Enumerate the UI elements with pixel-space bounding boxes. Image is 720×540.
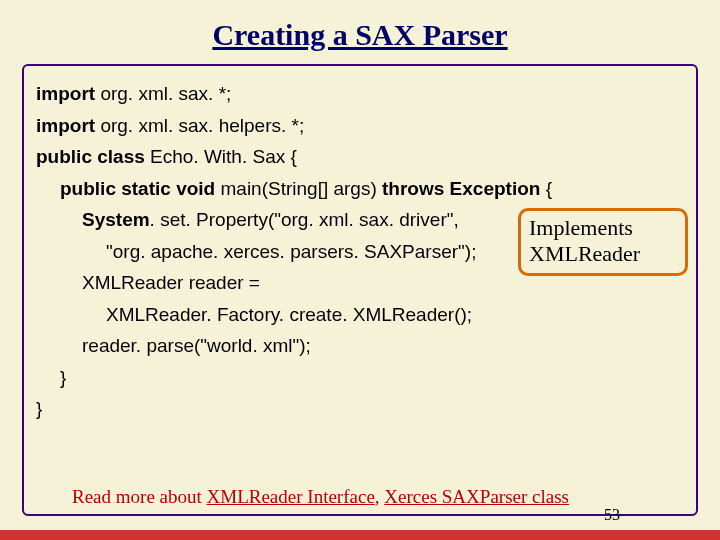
keyword: public static void [60,178,215,199]
code-text: org. xml. sax. *; [95,83,231,104]
code-line: reader. parse("world. xml"); [36,332,684,360]
page-number: 53 [604,506,620,524]
bottom-border [0,530,720,540]
code-text: } [36,398,42,419]
keyword: import [36,83,95,104]
footer-link-xmlreader[interactable]: XMLReader Interface [207,486,375,507]
code-text: XMLReader reader = [82,272,260,293]
footer-note: Read more about XMLReader Interface, Xer… [72,486,662,508]
callout-line: XMLReader [529,241,677,267]
footer-prefix: Read more about [72,486,207,507]
code-text: { [540,178,552,199]
code-text: main(String[] args) [215,178,382,199]
keyword: System [82,209,150,230]
code-text: "org. apache. xerces. parsers. SAXParser… [106,241,476,262]
code-line: import org. xml. sax. helpers. *; [36,112,684,140]
callout-box: Implements XMLReader [518,208,688,276]
code-text: org. xml. sax. helpers. *; [95,115,304,136]
code-text: . set. Property("org. xml. sax. driver", [150,209,459,230]
keyword: public class [36,146,145,167]
code-line: public class Echo. With. Sax { [36,143,684,171]
footer-sep: , [375,486,385,507]
code-line: public static void main(String[] args) t… [36,175,684,203]
code-container: import org. xml. sax. *; import org. xml… [22,64,698,516]
keyword: throws Exception [382,178,540,199]
code-line: import org. xml. sax. *; [36,80,684,108]
keyword: import [36,115,95,136]
code-text: reader. parse("world. xml"); [82,335,311,356]
footer-link-xerces[interactable]: Xerces SAXParser class [384,486,569,507]
code-line: XMLReader. Factory. create. XMLReader(); [36,301,684,329]
callout-line: Implements [529,215,677,241]
code-text: XMLReader. Factory. create. XMLReader(); [106,304,472,325]
code-text: } [60,367,66,388]
code-text: Echo. With. Sax { [145,146,297,167]
footer-text: Read more about XMLReader Interface, Xer… [72,486,569,508]
code-line: } [36,364,684,392]
slide-title: Creating a SAX Parser [0,18,720,52]
code-line: } [36,395,684,423]
